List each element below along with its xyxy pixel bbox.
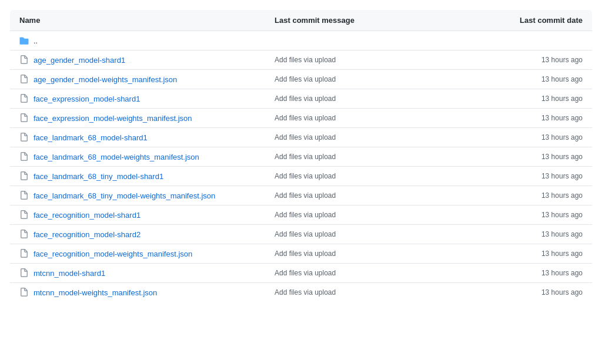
file-icon [19, 152, 29, 161]
commit-message-link[interactable]: Add files via upload [275, 114, 336, 122]
file-icon [19, 171, 29, 181]
commit-date-link[interactable]: 13 hours ago [541, 288, 583, 296]
column-header-commit-message: Last commit message [265, 10, 498, 31]
file-link[interactable]: face_expression_model-shard1 [34, 95, 140, 103]
file-link[interactable]: face_landmark_68_model-shard1 [34, 133, 148, 142]
file-icon [19, 55, 29, 65]
file-icon [19, 230, 29, 239]
table-row: face_landmark_68_model-weights_manifest.… [10, 147, 593, 167]
commit-date-link[interactable]: 13 hours ago [541, 191, 583, 200]
commit-date-link[interactable]: 13 hours ago [541, 133, 583, 141]
file-table: Name Last commit message Last commit dat… [9, 9, 593, 302]
commit-date-link[interactable]: 13 hours ago [541, 172, 583, 180]
commit-date-link[interactable]: 13 hours ago [541, 153, 583, 161]
table-row: age_gender_model-shard1 Add files via up… [10, 50, 593, 70]
commit-message-link[interactable]: Add files via upload [275, 95, 336, 103]
table-row: face_expression_model-weights_manifest.j… [10, 109, 593, 128]
file-link[interactable]: mtcnn_model-shard1 [34, 269, 105, 278]
file-link[interactable]: face_recognition_model-weights_manifest.… [34, 250, 192, 258]
file-link[interactable]: mtcnn_model-weights_manifest.json [34, 288, 157, 297]
table-row: age_gender_model-weights_manifest.json A… [10, 70, 593, 89]
table-row: face_recognition_model-shard1 Add files … [10, 205, 593, 225]
table-row: face_landmark_68_tiny_model-shard1 Add f… [10, 167, 593, 186]
commit-message-link[interactable]: Add files via upload [275, 250, 336, 258]
commit-message-link[interactable]: Add files via upload [275, 153, 336, 161]
folder-icon [19, 36, 29, 45]
file-link[interactable]: face_recognition_model-shard2 [34, 230, 141, 239]
commit-date-link[interactable]: 13 hours ago [541, 114, 583, 122]
commit-date-link[interactable]: 13 hours ago [541, 211, 583, 219]
table-row: mtcnn_model-shard1 Add files via upload … [10, 264, 593, 283]
commit-date-link[interactable]: 13 hours ago [541, 56, 583, 64]
file-link[interactable]: age_gender_model-weights_manifest.json [34, 75, 177, 84]
column-header-commit-date: Last commit date [499, 10, 593, 31]
file-icon [19, 191, 29, 200]
commit-date-link[interactable]: 13 hours ago [541, 75, 583, 83]
column-header-name: Name [10, 10, 266, 31]
file-icon [19, 113, 29, 123]
commit-date-link[interactable]: 13 hours ago [541, 269, 583, 277]
table-row: face_recognition_model-weights_manifest.… [10, 244, 593, 264]
commit-message-link[interactable]: Add files via upload [275, 191, 336, 200]
file-link[interactable]: face_landmark_68_tiny_model-shard1 [34, 172, 163, 181]
table-row: face_expression_model-shard1 Add files v… [10, 89, 593, 109]
commit-message-link[interactable]: Add files via upload [275, 56, 336, 64]
file-link[interactable]: face_expression_model-weights_manifest.j… [34, 114, 192, 123]
file-link[interactable]: face_landmark_68_model-weights_manifest.… [34, 153, 199, 161]
file-icon [19, 94, 29, 103]
file-link[interactable]: face_recognition_model-shard1 [34, 211, 141, 220]
commit-message-link[interactable]: Add files via upload [275, 133, 336, 141]
commit-message-link[interactable]: Add files via upload [275, 269, 336, 277]
commit-date-link[interactable]: 13 hours ago [541, 95, 583, 103]
commit-date-link[interactable]: 13 hours ago [541, 230, 583, 238]
table-row: face_recognition_model-shard2 Add files … [10, 225, 593, 244]
commit-message-link[interactable]: Add files via upload [275, 230, 336, 238]
file-icon [19, 210, 29, 220]
file-link[interactable]: face_landmark_68_tiny_model-weights_mani… [34, 191, 215, 200]
table-row: face_landmark_68_model-shard1 Add files … [10, 128, 593, 147]
file-icon [19, 75, 29, 84]
file-browser-container: Name Last commit message Last commit dat… [0, 0, 602, 364]
commit-date-link[interactable]: 13 hours ago [541, 250, 583, 258]
table-row-parent: .. [10, 31, 593, 50]
file-icon [19, 249, 29, 258]
parent-link[interactable]: .. [34, 36, 38, 45]
commit-message-link[interactable]: Add files via upload [275, 75, 336, 83]
commit-message-link[interactable]: Add files via upload [275, 172, 336, 180]
table-header-row: Name Last commit message Last commit dat… [10, 10, 593, 31]
table-row: mtcnn_model-weights_manifest.json Add fi… [10, 283, 593, 302]
commit-message-link[interactable]: Add files via upload [275, 288, 336, 296]
file-icon [19, 133, 29, 142]
file-icon [19, 288, 29, 297]
file-icon [19, 268, 29, 278]
table-row: face_landmark_68_tiny_model-weights_mani… [10, 186, 593, 205]
file-link[interactable]: age_gender_model-shard1 [34, 56, 125, 65]
commit-message-link[interactable]: Add files via upload [275, 211, 336, 219]
